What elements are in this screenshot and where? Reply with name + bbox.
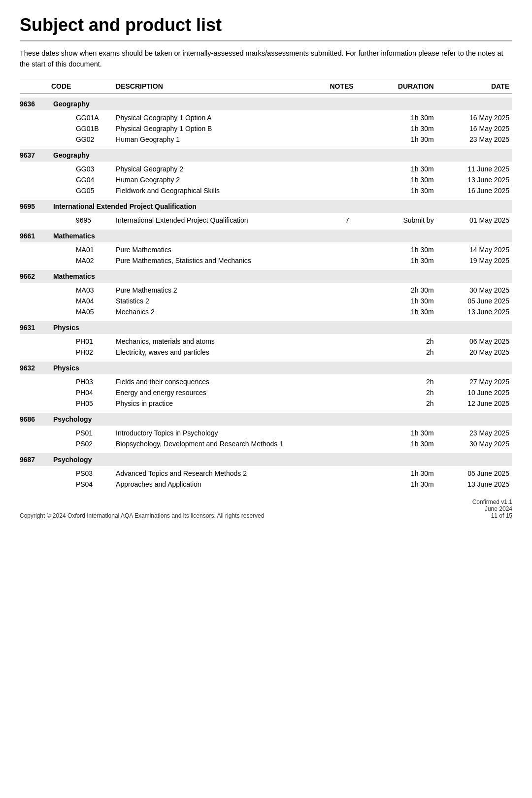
row-description: Physics in practice: [116, 398, 330, 409]
row-date: 23 May 2025: [437, 428, 512, 438]
row-duration: 2h: [367, 347, 437, 358]
group-header-row: 9661 Mathematics: [20, 230, 512, 242]
page-number: 11 of 15: [472, 512, 512, 519]
row-description: International Extended Project Qualifica…: [116, 215, 330, 226]
table-row: MA03 Pure Mathematics 2 2h 30m 30 May 20…: [20, 285, 512, 296]
row-description: Advanced Topics and Research Methods 2: [116, 468, 330, 479]
row-duration: 2h 30m: [367, 285, 437, 296]
row-date: 05 June 2025: [437, 468, 512, 479]
row-date: 30 May 2025: [437, 438, 512, 449]
group-name: Physics: [51, 321, 512, 334]
table-header-row: CODE DESCRIPTION NOTES DURATION DATE: [20, 79, 512, 93]
group-header-row: 9662 Mathematics: [20, 270, 512, 283]
table-row: PS01 Introductory Topics in Psychology 1…: [20, 428, 512, 438]
row-notes: [330, 336, 367, 347]
table-row: GG03 Physical Geography 2 1h 30m 11 June…: [20, 164, 512, 174]
group-header-row: 9637 Geography: [20, 149, 512, 162]
group-id: 9661: [20, 230, 51, 242]
group-header-row: 9632 Physics: [20, 362, 512, 374]
row-code: PS03: [51, 468, 116, 479]
row-notes: 7: [330, 215, 367, 226]
row-code: PH03: [51, 376, 116, 387]
row-date: 13 June 2025: [437, 174, 512, 185]
page-title: Subject and product list: [20, 15, 512, 35]
title-divider: [20, 40, 512, 41]
row-duration: 1h 30m: [367, 438, 437, 449]
row-description: Mechanics 2: [116, 306, 330, 317]
row-description: Pure Mathematics, Statistics and Mechani…: [116, 255, 330, 266]
row-date: 19 May 2025: [437, 255, 512, 266]
footer: Copyright © 2024 Oxford International AQ…: [20, 499, 512, 519]
row-description: Physical Geography 1 Option B: [116, 123, 330, 134]
row-notes: [330, 244, 367, 255]
table-row: PS03 Advanced Topics and Research Method…: [20, 468, 512, 479]
group-name: Psychology: [51, 453, 512, 466]
group-name: Physics: [51, 362, 512, 374]
spacer-row: [20, 358, 512, 362]
row-date: 14 May 2025: [437, 244, 512, 255]
row-description: Electricity, waves and particles: [116, 347, 330, 358]
table-row: MA02 Pure Mathematics, Statistics and Me…: [20, 255, 512, 266]
row-date: 06 May 2025: [437, 336, 512, 347]
row-duration: 1h 30m: [367, 185, 437, 196]
table-row: MA04 Statistics 2 1h 30m 05 June 2025: [20, 296, 512, 306]
row-notes: [330, 306, 367, 317]
table-row: PS04 Approaches and Application 1h 30m 1…: [20, 479, 512, 490]
row-code: GG01B: [51, 123, 116, 134]
row-empty: [20, 255, 51, 266]
row-duration: 2h: [367, 398, 437, 409]
row-code: PH05: [51, 398, 116, 409]
row-empty: [20, 336, 51, 347]
row-empty: [20, 296, 51, 306]
row-code: PS02: [51, 438, 116, 449]
table-row: MA01 Pure Mathematics 1h 30m 14 May 2025: [20, 244, 512, 255]
row-date: 10 June 2025: [437, 387, 512, 398]
row-date: 23 May 2025: [437, 134, 512, 145]
row-code: MA04: [51, 296, 116, 306]
confirmed-label: Confirmed v1.1: [472, 499, 512, 505]
row-description: Fields and their consequences: [116, 376, 330, 387]
row-empty: [20, 468, 51, 479]
row-code: PS04: [51, 479, 116, 490]
col-header-notes: NOTES: [330, 79, 367, 93]
group-name: Geography: [51, 98, 512, 110]
row-empty: [20, 185, 51, 196]
table-row: MA05 Mechanics 2 1h 30m 13 June 2025: [20, 306, 512, 317]
group-header-row: 9695 International Extended Project Qual…: [20, 200, 512, 213]
group-id: 9632: [20, 362, 51, 374]
row-date: 11 June 2025: [437, 164, 512, 174]
group-header-row: 9636 Geography: [20, 98, 512, 110]
col-header-date: DATE: [437, 79, 512, 93]
group-name: Geography: [51, 149, 512, 162]
row-duration: 1h 30m: [367, 468, 437, 479]
row-date: 20 May 2025: [437, 347, 512, 358]
spacer-row: [20, 266, 512, 270]
row-description: Introductory Topics in Psychology: [116, 428, 330, 438]
row-description: Human Geography 1: [116, 134, 330, 145]
table-row: 9695 International Extended Project Qual…: [20, 215, 512, 226]
row-code: GG01A: [51, 112, 116, 123]
row-duration: Submit by: [367, 215, 437, 226]
footer-date: June 2024: [472, 505, 512, 512]
row-notes: [330, 438, 367, 449]
spacer-row: [20, 409, 512, 413]
table-row: PH05 Physics in practice 2h 12 June 2025: [20, 398, 512, 409]
row-duration: 1h 30m: [367, 428, 437, 438]
col-header-empty: [20, 79, 51, 93]
row-duration: 1h 30m: [367, 296, 437, 306]
row-duration: 1h 30m: [367, 164, 437, 174]
table-row: PH04 Energy and energy resources 2h 10 J…: [20, 387, 512, 398]
row-duration: 2h: [367, 387, 437, 398]
row-empty: [20, 164, 51, 174]
row-notes: [330, 112, 367, 123]
row-duration: 2h: [367, 336, 437, 347]
row-duration: 1h 30m: [367, 112, 437, 123]
row-notes: [330, 387, 367, 398]
row-description: Physical Geography 2: [116, 164, 330, 174]
row-date: 16 May 2025: [437, 123, 512, 134]
row-code: PS01: [51, 428, 116, 438]
row-empty: [20, 112, 51, 123]
row-empty: [20, 347, 51, 358]
row-notes: [330, 255, 367, 266]
group-id: 9631: [20, 321, 51, 334]
